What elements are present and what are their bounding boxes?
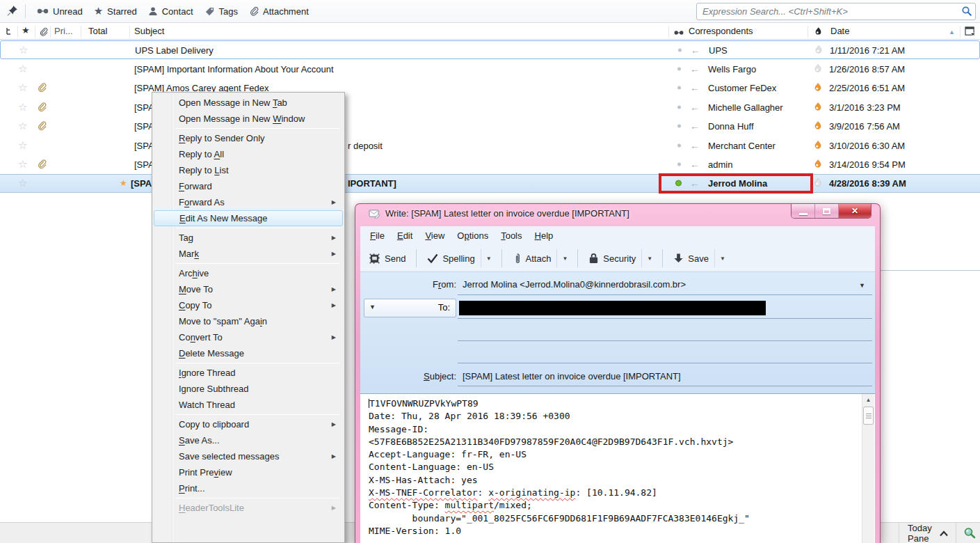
security-dropdown-caret[interactable]: ▼ [641, 249, 657, 267]
star-toggle-icon[interactable]: ☆ [18, 81, 27, 94]
send-button[interactable]: Send [363, 248, 411, 269]
correspondents-column-header[interactable]: Correspondents [689, 26, 753, 36]
correspondent-cell: Donna Huff [708, 121, 754, 132]
pin-icon[interactable] [6, 4, 19, 18]
save-button[interactable]: Save [668, 248, 714, 269]
attachment-column-header[interactable] [39, 27, 48, 37]
subject-input-value[interactable]: [SPAM] Latest letter on invoice overdue … [463, 371, 681, 381]
menu-item-print[interactable]: Print... [154, 480, 343, 496]
column-picker-icon[interactable] [965, 26, 976, 37]
incoming-arrow-icon: ← [690, 120, 700, 132]
menu-item-save-as[interactable]: Save As... [154, 432, 343, 448]
message-row[interactable]: ☆ [SPA r deposit ← Merchant Center 3/10/… [0, 136, 980, 155]
from-dropdown-caret[interactable]: ▼ [859, 282, 865, 289]
send-icon [369, 253, 380, 265]
from-value[interactable]: Jerrod Molina <Jerrod.Molina0@kinnerdobr… [463, 279, 686, 290]
menu-item-forward[interactable]: Forward [154, 178, 343, 194]
spelling-button[interactable]: Spelling [421, 248, 480, 269]
menu-options[interactable]: Options [451, 228, 495, 243]
minimize-button[interactable] [792, 204, 815, 218]
message-row[interactable]: ☆ [SPAM] Important Information About You… [0, 59, 980, 78]
filter-tags-button[interactable]: Tags [199, 3, 243, 19]
filter-starred-button[interactable]: ★ Starred [88, 3, 143, 19]
total-column-header[interactable]: Total [88, 26, 107, 36]
today-pane-toggle[interactable]: Today Pane [899, 523, 980, 543]
menu-item-mark[interactable]: Mark▶ [154, 246, 343, 262]
menu-edit[interactable]: Edit [391, 228, 419, 243]
save-dropdown-caret[interactable]: ▼ [714, 249, 730, 267]
menu-item-reply-list[interactable]: Reply to List [154, 162, 343, 178]
menu-item-save-selected[interactable]: Save selected messages▶ [154, 448, 343, 464]
maximize-button[interactable] [815, 204, 839, 218]
menu-item-open-in-new-tab[interactable]: Open Message in New Tab [154, 95, 343, 111]
menu-item-tag[interactable]: Tag▶ [154, 230, 343, 246]
menu-item-delete[interactable]: Delete Message [154, 345, 343, 361]
read-dot [677, 163, 681, 166]
menu-item-headertoolslite[interactable]: HeaderToolsLite▶ [154, 500, 343, 516]
menu-item-forward-as[interactable]: Forward As▶ [154, 194, 343, 210]
menu-item-edit-as-new[interactable]: Edit As New Message [154, 210, 343, 226]
message-row-selected[interactable]: ☆ ★ [SPA IPORTANT] ← Jerrod Molina 4/28/… [0, 174, 980, 193]
filter-contact-button[interactable]: Contact [143, 3, 199, 19]
star-toggle-icon[interactable]: ☆ [18, 120, 27, 132]
menu-file[interactable]: File [364, 228, 391, 243]
attachment-icon [37, 102, 47, 112]
recipient-field-empty[interactable] [458, 340, 872, 341]
background-pane-divider [881, 270, 980, 271]
recipient-field-empty[interactable] [458, 363, 872, 363]
spelling-dropdown-caret[interactable]: ▼ [481, 249, 497, 267]
menu-item-open-in-new-window[interactable]: Open Message in New Window [154, 111, 343, 127]
menu-item-ignore-subthread[interactable]: Ignore Subthread [154, 381, 343, 397]
star-toggle-icon[interactable]: ☆ [18, 139, 27, 152]
message-row[interactable]: ☆ UPS Label Delivery ← UPS 1/11/2016 7:2… [0, 40, 980, 59]
security-button[interactable]: Security [583, 248, 641, 269]
search-input[interactable] [696, 3, 976, 20]
scrollbar-thumb[interactable] [863, 407, 874, 425]
filter-unread-button[interactable]: Unread [31, 3, 88, 19]
date-column-header[interactable]: Date [830, 26, 849, 36]
menu-item-copy-to-clipboard[interactable]: Copy to clipboard▶ [154, 416, 343, 432]
menu-item-ignore-thread[interactable]: Ignore Thread [154, 365, 343, 381]
message-body-editor[interactable]: T1VFOVNWRUZPVkYwPT89Date: Thu, 28 Apr 20… [360, 393, 875, 543]
menu-item-convert-to[interactable]: Convert To▶ [154, 329, 343, 345]
subject-cell: UPS Label Delivery [135, 45, 214, 55]
message-row[interactable]: ☆ [SPA ← Michelle Gallagher 3/1/2016 3:2… [0, 97, 980, 116]
menu-item-reply-sender[interactable]: Reply to Sender Only [154, 130, 343, 146]
write-window-titlebar[interactable]: Write: [SPAM] Latest letter on invoice o… [369, 208, 772, 219]
menu-item-copy-to[interactable]: Copy To▶ [154, 297, 343, 313]
subject-column-header[interactable]: Subject [134, 26, 164, 36]
star-toggle-icon[interactable]: ☆ [19, 44, 28, 56]
star-toggle-icon[interactable]: ☆ [18, 177, 27, 189]
priority-column-header[interactable]: Pri... [54, 26, 73, 36]
menu-separator [176, 228, 340, 228]
menu-tools[interactable]: Tools [495, 228, 528, 243]
thread-column-icon[interactable] [5, 27, 13, 36]
recipient-field[interactable] [458, 318, 872, 319]
filter-attachment-button[interactable]: Attachment [243, 3, 314, 19]
star-toggle-icon[interactable]: ☆ [18, 63, 27, 75]
menu-item-print-preview[interactable]: Print Preview [154, 464, 343, 480]
message-row[interactable]: ☆ [SPA ← admin 3/14/2016 9:54 PM [0, 155, 980, 173]
message-row[interactable]: ☆ [SPAM] Amos Carey agent Fedex ← Custom… [0, 79, 980, 97]
menu-item-reply-all[interactable]: Reply to All [154, 146, 343, 162]
star-toggle-icon[interactable]: ☆ [18, 101, 27, 113]
scroll-up-icon[interactable]: ▲ [862, 394, 874, 405]
menu-item-watch-thread[interactable]: Watch Thread [154, 397, 343, 413]
menu-item-archive[interactable]: Archive [154, 265, 343, 281]
menu-help[interactable]: Help [529, 228, 560, 243]
recipient-type-selector[interactable]: ▼ To: [364, 299, 456, 317]
search-icon[interactable] [961, 6, 972, 17]
menu-item-move-to-spam[interactable]: Move to "spam" Again [154, 313, 343, 329]
attach-dropdown-caret[interactable]: ▼ [556, 249, 572, 267]
close-button[interactable]: ✕ [839, 204, 871, 218]
quick-filter-search-icon[interactable] [963, 527, 976, 540]
body-scrollbar[interactable]: ▲ [862, 394, 874, 543]
menu-item-move-to[interactable]: Move To▶ [154, 281, 343, 297]
thread-list: ☆ UPS Label Delivery ← UPS 1/11/2016 7:2… [0, 40, 980, 193]
attach-button[interactable]: Attach [507, 248, 557, 269]
menu-view[interactable]: View [419, 228, 451, 243]
star-toggle-icon[interactable]: ☆ [18, 158, 27, 171]
message-row[interactable]: ☆ [SPA ← Donna Huff 3/9/2016 7:56 AM [0, 117, 980, 136]
date-cell: 1/11/2016 7:21 AM [830, 45, 905, 55]
star-column-header[interactable]: ★ [22, 25, 30, 36]
